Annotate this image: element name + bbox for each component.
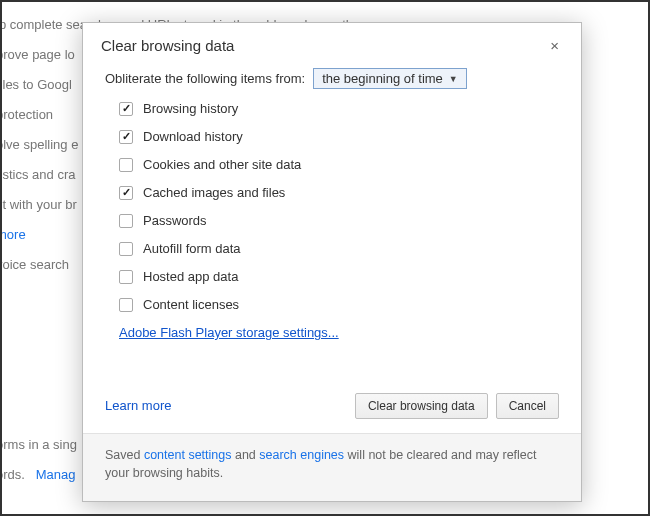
- dialog-title: Clear browsing data: [101, 37, 234, 54]
- clear-browsing-data-dialog: Clear browsing data × Obliterate the fol…: [82, 22, 582, 502]
- data-type-item: Hosted app data: [119, 269, 559, 284]
- data-type-label: Content licenses: [143, 297, 239, 312]
- data-type-checkbox[interactable]: [119, 102, 133, 116]
- search-engines-link[interactable]: search engines: [259, 448, 344, 462]
- footer-text-pre: Saved: [105, 448, 144, 462]
- footer-text-mid: and: [231, 448, 259, 462]
- learn-more-link[interactable]: Learn more: [105, 398, 171, 413]
- data-type-label: Passwords: [143, 213, 207, 228]
- data-type-item: Cached images and files: [119, 185, 559, 200]
- flash-storage-link[interactable]: Adobe Flash Player storage settings...: [119, 325, 339, 340]
- time-range-select[interactable]: the beginning of time ▼: [313, 68, 467, 89]
- close-button[interactable]: ×: [546, 37, 563, 54]
- data-type-label: Autofill form data: [143, 241, 241, 256]
- data-type-item: Download history: [119, 129, 559, 144]
- data-type-checkbox[interactable]: [119, 298, 133, 312]
- time-range-value: the beginning of time: [322, 71, 443, 86]
- data-type-item: Content licenses: [119, 297, 559, 312]
- data-type-item: Browsing history: [119, 101, 559, 116]
- data-type-label: Browsing history: [143, 101, 238, 116]
- content-settings-link[interactable]: content settings: [144, 448, 232, 462]
- data-type-label: Cookies and other site data: [143, 157, 301, 172]
- dialog-footer-note: Saved content settings and search engine…: [83, 433, 581, 502]
- data-type-item: Cookies and other site data: [119, 157, 559, 172]
- data-type-label: Download history: [143, 129, 243, 144]
- data-type-checkbox[interactable]: [119, 186, 133, 200]
- obliterate-label: Obliterate the following items from:: [105, 71, 305, 86]
- data-type-checkbox[interactable]: [119, 242, 133, 256]
- chevron-down-icon: ▼: [449, 74, 458, 84]
- data-type-checkbox[interactable]: [119, 130, 133, 144]
- data-type-checkbox[interactable]: [119, 270, 133, 284]
- cancel-button[interactable]: Cancel: [496, 393, 559, 419]
- data-type-checkbox[interactable]: [119, 158, 133, 172]
- data-type-label: Cached images and files: [143, 185, 285, 200]
- clear-data-button[interactable]: Clear browsing data: [355, 393, 488, 419]
- data-type-item: Passwords: [119, 213, 559, 228]
- close-icon: ×: [550, 37, 559, 54]
- data-type-checkbox[interactable]: [119, 214, 133, 228]
- data-type-label: Hosted app data: [143, 269, 238, 284]
- data-type-list: Browsing historyDownload historyCookies …: [119, 101, 559, 312]
- data-type-item: Autofill form data: [119, 241, 559, 256]
